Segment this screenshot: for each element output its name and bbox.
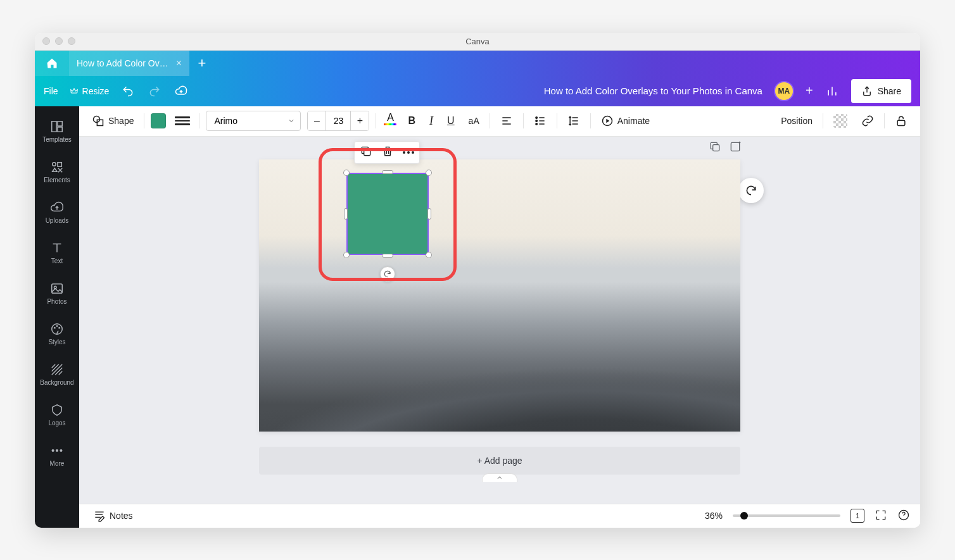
- expand-panel-handle[interactable]: [482, 473, 517, 482]
- svg-rect-5: [52, 284, 63, 294]
- text-icon: [50, 241, 64, 255]
- tab-bar: How to Add Color Ove... × +: [35, 51, 920, 76]
- sidebar-item-more[interactable]: More: [35, 437, 79, 475]
- font-size-value[interactable]: 23: [326, 111, 351, 130]
- add-collaborator-button[interactable]: +: [806, 84, 813, 98]
- list-button[interactable]: [530, 111, 550, 131]
- sidebar-item-background[interactable]: Background: [35, 356, 79, 394]
- page-actions: [709, 140, 742, 156]
- macos-titlebar: Canva: [35, 33, 920, 51]
- sidebar-item-uploads[interactable]: Uploads: [35, 194, 79, 232]
- sidebar-item-logos[interactable]: Logos: [35, 396, 79, 434]
- underline-button[interactable]: U: [443, 111, 459, 131]
- transparency-icon: [833, 114, 847, 128]
- fill-color-swatch[interactable]: [151, 113, 166, 128]
- svg-point-12: [56, 450, 58, 452]
- svg-rect-20: [897, 120, 905, 125]
- editor-panel: Shape Arimo – 23 + A B I U: [79, 106, 920, 528]
- shape-fill[interactable]: [346, 173, 429, 255]
- shape-icon: [92, 115, 104, 127]
- redo-button[interactable]: [147, 84, 162, 99]
- duplicate-button[interactable]: [360, 145, 372, 160]
- resize-handle-left[interactable]: [344, 208, 348, 220]
- chevron-up-icon: [496, 474, 503, 482]
- help-button[interactable]: [897, 509, 910, 523]
- selected-shape[interactable]: [346, 173, 429, 255]
- document-tab[interactable]: How to Add Color Ove... ×: [69, 51, 189, 76]
- context-toolbar: Shape Arimo – 23 + A B I U: [79, 106, 920, 137]
- rotate-handle[interactable]: [380, 266, 395, 282]
- divider: [376, 113, 376, 128]
- sidebar-item-elements[interactable]: Elements: [35, 153, 79, 191]
- notes-icon: [93, 509, 106, 522]
- sidebar-item-templates[interactable]: Templates: [35, 113, 79, 151]
- insights-button[interactable]: [825, 84, 840, 99]
- chevron-down-icon: [288, 117, 295, 125]
- delete-button[interactable]: [381, 145, 394, 160]
- more-options-button[interactable]: [403, 151, 414, 154]
- font-select[interactable]: Arimo: [206, 111, 301, 131]
- resize-handle-tr[interactable]: [426, 170, 432, 176]
- background-photo[interactable]: [259, 159, 740, 432]
- undo-button[interactable]: [120, 84, 136, 99]
- sidebar-item-text[interactable]: Text: [35, 234, 79, 272]
- shape-tool-button[interactable]: Shape: [88, 111, 137, 131]
- avatar[interactable]: MA: [774, 81, 794, 101]
- text-color-button[interactable]: A: [383, 112, 398, 130]
- canvas-area[interactable]: + Add page: [79, 137, 920, 504]
- page-indicator[interactable]: 1: [851, 509, 864, 523]
- link-button[interactable]: [857, 111, 878, 131]
- resize-handle-bl[interactable]: [343, 252, 350, 258]
- align-icon: [500, 115, 513, 127]
- resize-handle-tl[interactable]: [343, 170, 350, 176]
- fullscreen-icon: [875, 509, 887, 521]
- share-icon: [861, 85, 873, 97]
- border-style-button[interactable]: [172, 113, 193, 128]
- workspace: Templates Elements Uploads Text Photos S…: [35, 106, 920, 528]
- add-page-button[interactable]: + Add page: [259, 447, 740, 475]
- background-icon: [50, 363, 64, 376]
- notes-button[interactable]: Notes: [89, 506, 137, 526]
- position-button[interactable]: Position: [777, 111, 816, 131]
- cloud-save-button[interactable]: [174, 84, 189, 99]
- refresh-icon: [745, 184, 757, 197]
- lock-icon: [895, 115, 908, 127]
- home-tab[interactable]: [35, 51, 69, 76]
- font-size-decrease[interactable]: –: [308, 111, 326, 130]
- fullscreen-button[interactable]: [875, 509, 887, 523]
- share-button[interactable]: Share: [851, 79, 911, 103]
- duplicate-page-button[interactable]: [709, 140, 721, 156]
- transparency-button[interactable]: [830, 111, 851, 131]
- undo-icon: [122, 85, 134, 97]
- close-tab-icon[interactable]: ×: [176, 58, 182, 69]
- resize-handle-br[interactable]: [426, 252, 432, 258]
- resize-handle-right[interactable]: [427, 208, 431, 220]
- sidebar-item-photos[interactable]: Photos: [35, 275, 79, 313]
- align-button[interactable]: [496, 111, 517, 131]
- file-menu[interactable]: File: [44, 86, 58, 96]
- page-canvas[interactable]: [259, 159, 740, 432]
- app-menubar: File Resize How to Add Color Overlays to…: [35, 76, 920, 106]
- zoom-slider[interactable]: [733, 514, 840, 517]
- add-page-icon-button[interactable]: [729, 140, 742, 156]
- animate-button[interactable]: Animate: [597, 111, 654, 131]
- text-case-button[interactable]: aA: [465, 111, 483, 131]
- sidebar-item-styles[interactable]: Styles: [35, 315, 79, 353]
- regenerate-button[interactable]: [738, 178, 764, 203]
- more-icon: [50, 444, 64, 457]
- document-title[interactable]: How to Add Color Overlays to Your Photos…: [544, 85, 762, 96]
- spacing-button[interactable]: [564, 111, 584, 131]
- resize-handle-bottom[interactable]: [382, 254, 393, 258]
- zoom-thumb[interactable]: [740, 512, 748, 520]
- new-tab-button[interactable]: +: [189, 51, 215, 76]
- italic-button[interactable]: I: [426, 111, 437, 131]
- resize-menu[interactable]: Resize: [70, 86, 110, 96]
- divider: [490, 113, 490, 128]
- duplicate-icon: [709, 140, 721, 153]
- lock-button[interactable]: [891, 111, 911, 131]
- divider: [523, 113, 524, 128]
- font-size-increase[interactable]: +: [351, 111, 369, 130]
- bold-button[interactable]: B: [404, 111, 419, 131]
- resize-handle-top[interactable]: [382, 170, 393, 174]
- logos-icon: [50, 403, 64, 417]
